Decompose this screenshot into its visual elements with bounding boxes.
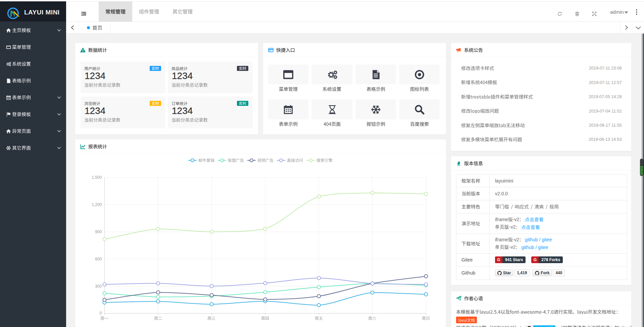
svg-text:1,500: 1,500 [92,175,102,180]
svg-text:0: 0 [99,311,102,316]
svg-text:600: 600 [95,256,102,261]
svg-text:900: 900 [95,229,102,234]
svg-text:300: 300 [95,284,102,288]
svg-text:1,200: 1,200 [92,202,102,207]
